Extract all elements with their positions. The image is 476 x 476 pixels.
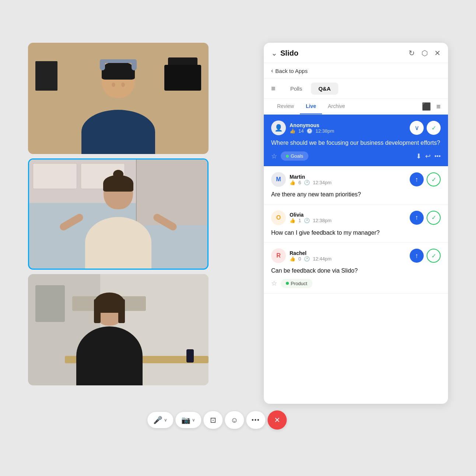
time-4: 12:44pm [313,256,332,262]
subtab-archive[interactable]: Archive [322,99,351,114]
screen-share-icon: ⊡ [210,416,216,424]
expand-button-1[interactable]: ∨ [410,121,424,135]
subtab-row: Review Live Archive ⬛ ≡ [264,99,448,115]
qa-item-3: O Olivia 👍 1 🕐 12:38pm ↑ [264,204,448,242]
bottom-toolbar: 🎤 ∨ 📷 ∨ ⊡ ☺ ••• ✕ [147,410,287,430]
slido-panel: ⌄ Slido ↻ ⬡ ✕ ‹ Back to Apps ≡ Polls Q&A [264,43,448,404]
main-tabs: ≡ Polls Q&A [264,79,448,99]
more-button[interactable]: ••• [246,411,265,429]
video-tile-2 [28,158,209,270]
upvote-button-2[interactable]: ↑ [410,172,424,186]
archive-icon-1[interactable]: ⬇ [416,152,421,160]
end-call-button[interactable]: ✕ [267,410,287,430]
approve-button-4[interactable]: ✓ [427,249,441,263]
time-3: 12:38pm [313,218,332,223]
filter-icon[interactable]: ≡ [436,102,441,111]
user-name-3: Olivia [290,212,332,218]
subtab-live[interactable]: Live [300,99,322,114]
approve-button-1[interactable]: ✓ [427,121,441,135]
qa-item-1: 👤 Anonymous 👍 14 🕐 12:38pm ∨ [264,115,448,166]
likes-4: 0 [298,256,301,262]
camera-icon: 📷 [181,416,190,424]
video-tile-1 [28,43,209,154]
qa-item-2: M Martin 👍 6 🕐 12:34pm ↑ [264,166,448,204]
tab-qa[interactable]: Q&A [311,83,338,95]
back-to-apps-row[interactable]: ‹ Back to Apps [264,63,448,79]
likes-1: 14 [298,128,304,134]
qa-item-4: R Rachel 👍 0 🕐 12:44pm ↑ [264,242,448,293]
mic-button[interactable]: 🎤 ∨ [147,412,173,428]
more-icon-1[interactable]: ••• [434,153,441,160]
more-icon: ••• [252,417,260,423]
user-name-1: Anonymous [290,122,334,128]
mic-icon: 🎤 [153,416,162,424]
app-title: Slido [280,49,298,57]
star-icon-4[interactable]: ☆ [271,279,277,287]
approve-button-2[interactable]: ✓ [427,172,441,186]
camera-chevron-icon: ∨ [192,417,195,423]
emoji-icon: ☺ [231,416,238,424]
emoji-button[interactable]: ☺ [225,411,244,429]
close-icon[interactable]: ✕ [434,49,441,57]
avatar-olivia: O [271,210,286,225]
subtab-group: Review Live Archive [271,99,351,114]
question-text-3: How can I give feedback to my manager? [271,229,441,237]
slido-header: ⌄ Slido ↻ ⬡ ✕ [264,43,448,63]
download-icon[interactable]: ⬛ [422,102,431,111]
video-tile-3 [28,274,209,385]
avatar-martin: M [271,172,286,187]
question-text-4: Can be feedback done via Slido? [271,267,441,275]
likes-3: 1 [298,218,301,223]
upvote-button-3[interactable]: ↑ [410,211,424,225]
subtab-review[interactable]: Review [271,99,300,114]
screen-share-button[interactable]: ⊡ [203,411,223,429]
likes-2: 6 [298,180,301,185]
tab-group: Polls Q&A [283,83,338,95]
avatar-rachel: R [271,248,286,263]
upvote-button-4[interactable]: ↑ [410,249,424,263]
approve-button-3[interactable]: ✓ [427,211,441,225]
star-icon-1[interactable]: ☆ [271,152,277,160]
time-1: 12:38pm [315,128,334,134]
hamburger-icon[interactable]: ≡ [271,84,276,93]
question-text-1: Where should we be focusing our business… [271,139,441,147]
reply-icon-1[interactable]: ↩ [425,152,431,160]
mic-chevron-icon: ∨ [164,417,167,423]
refresh-icon[interactable]: ↻ [409,49,415,57]
tag-goals[interactable]: Goals [281,151,308,161]
back-to-apps-label: Back to Apps [275,68,308,74]
external-link-icon[interactable]: ⬡ [421,49,428,57]
collapse-icon[interactable]: ⌄ [271,49,277,57]
user-name-2: Martin [290,174,332,180]
question-text-2: Are there any new team priorities? [271,190,441,199]
video-panel [28,43,209,385]
tag-product[interactable]: Product [281,279,312,288]
time-2: 12:34pm [313,180,332,185]
camera-button[interactable]: 📷 ∨ [175,412,201,428]
avatar-anon: 👤 [271,120,286,135]
back-arrow-icon: ‹ [271,67,273,74]
end-call-icon: ✕ [274,416,280,424]
tab-polls[interactable]: Polls [283,83,310,95]
subtab-actions: ⬛ ≡ [422,102,441,111]
user-name-4: Rachel [290,250,332,256]
qa-list: 👤 Anonymous 👍 14 🕐 12:38pm ∨ [264,115,448,404]
